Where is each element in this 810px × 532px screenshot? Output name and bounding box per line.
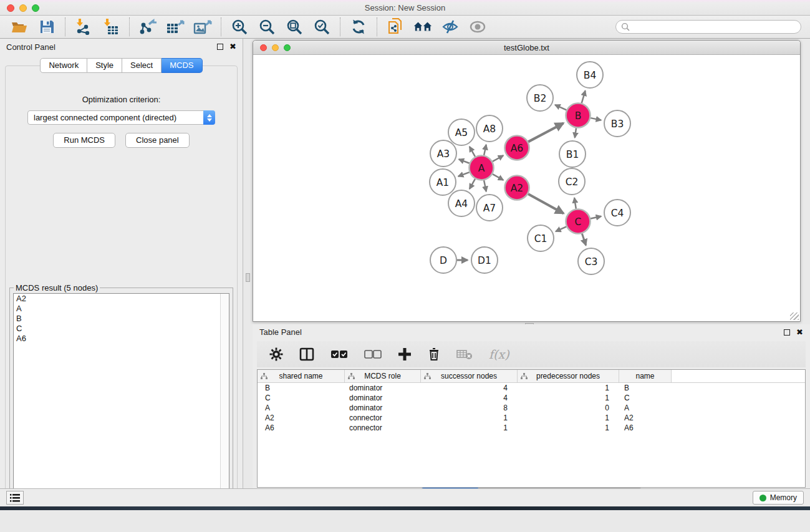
tab-mcds[interactable]: MCDS <box>162 58 202 73</box>
mcds-result-item[interactable]: B <box>14 314 229 324</box>
graph-edge-A-A7[interactable] <box>484 180 486 191</box>
close-panel-icon[interactable]: ✖ <box>229 44 236 50</box>
zoom-out-icon[interactable] <box>258 18 276 36</box>
graph-node-B3[interactable]: B3 <box>604 110 630 137</box>
graph-node-A3[interactable]: A3 <box>430 140 456 167</box>
graph-node-C2[interactable]: C2 <box>559 168 585 195</box>
mcds-result-item[interactable]: A6 <box>14 334 229 344</box>
table-row[interactable]: A2connector11A2 <box>258 413 805 423</box>
graph-node-A1[interactable]: A1 <box>430 169 456 195</box>
close-table-panel-icon[interactable]: ✖ <box>796 329 803 336</box>
split-table-icon[interactable] <box>299 347 314 361</box>
graph-edge-A-A1[interactable] <box>458 172 470 177</box>
zoom-in-icon[interactable] <box>230 18 249 36</box>
zoom-view-icon[interactable] <box>284 44 291 51</box>
search-input[interactable] <box>630 22 796 31</box>
search-field[interactable] <box>615 20 801 34</box>
export-image-icon[interactable] <box>193 18 212 36</box>
save-icon[interactable] <box>37 18 56 36</box>
deselect-all-icon[interactable] <box>364 350 382 359</box>
function-icon[interactable]: f(x) <box>489 347 509 361</box>
graph-node-B1[interactable]: B1 <box>559 141 586 167</box>
eye-icon[interactable] <box>468 18 487 36</box>
graph-edge-A-A8[interactable] <box>484 145 486 155</box>
open-folder-icon[interactable] <box>10 18 29 36</box>
graph-edge-B-B2[interactable] <box>555 105 566 110</box>
graph-node-A6[interactable]: A6 <box>505 136 529 160</box>
column-header-successor-nodes[interactable]: successor nodes <box>421 370 518 382</box>
graph-node-C[interactable]: C <box>566 210 591 234</box>
zoom-window-icon[interactable] <box>32 4 39 12</box>
column-header-shared-name[interactable]: shared name <box>258 370 345 382</box>
float-table-panel-icon[interactable] <box>784 329 790 336</box>
graph-edge-A6-B[interactable] <box>528 123 563 142</box>
import-network-icon[interactable] <box>74 18 93 36</box>
copy-network-icon[interactable] <box>386 18 405 36</box>
close-window-icon[interactable] <box>7 4 14 12</box>
delete-icon[interactable] <box>428 347 440 361</box>
home-icon[interactable] <box>413 18 432 36</box>
graph-edge-C-C1[interactable] <box>556 226 566 231</box>
graph-edge-A-A6[interactable] <box>493 155 503 162</box>
split-handle-vertical[interactable] <box>246 273 250 282</box>
resize-grip-icon[interactable] <box>790 312 799 320</box>
export-table-icon[interactable] <box>166 18 185 36</box>
mcds-result-item[interactable]: A <box>14 304 229 314</box>
delete-table-icon[interactable] <box>456 349 473 360</box>
table-row[interactable]: A6connector11A6 <box>258 423 805 433</box>
graph-edge-A-A2[interactable] <box>493 174 503 180</box>
gear-icon[interactable] <box>269 347 283 361</box>
hide-eye-icon[interactable] <box>441 18 460 36</box>
graph-node-D[interactable]: D <box>430 247 456 273</box>
table-row[interactable]: Bdominator41B <box>258 383 805 393</box>
column-header-MCDS-role[interactable]: MCDS role <box>345 370 421 382</box>
graph-node-C1[interactable]: C1 <box>528 225 554 251</box>
minimize-view-icon[interactable] <box>272 44 279 51</box>
close-view-icon[interactable] <box>260 44 267 51</box>
float-panel-icon[interactable] <box>217 44 223 50</box>
zoom-fit-icon[interactable] <box>285 18 304 36</box>
graph-edge-B-B1[interactable] <box>575 128 576 137</box>
table-row[interactable]: Cdominator41C <box>258 393 805 403</box>
minimize-window-icon[interactable] <box>19 4 27 12</box>
graph-edge-A-A4[interactable] <box>470 179 475 189</box>
scrollbar-track[interactable] <box>220 294 229 496</box>
graph-edge-C-C3[interactable] <box>582 233 586 245</box>
add-column-icon[interactable] <box>398 347 412 361</box>
zoom-selected-icon[interactable] <box>312 18 331 36</box>
graph-node-A[interactable]: A <box>470 156 494 180</box>
graph-node-B[interactable]: B <box>566 104 591 128</box>
mcds-result-item[interactable]: A2 <box>14 294 229 304</box>
graph-node-A7[interactable]: A7 <box>476 195 503 221</box>
graph-edge-A-A5[interactable] <box>470 147 475 157</box>
import-table-icon[interactable] <box>102 18 120 36</box>
network-canvas[interactable]: B4B2BB3A5A8A6B1A3AA1C2A2A4A7C4CC1C3DD1 <box>253 55 800 321</box>
task-list-icon[interactable] <box>6 491 24 505</box>
refresh-icon[interactable] <box>349 18 368 36</box>
table-row[interactable]: Adominator80A <box>258 403 805 413</box>
export-network-icon[interactable] <box>138 18 157 36</box>
graph-node-C4[interactable]: C4 <box>604 200 630 226</box>
graph-edge-A-A3[interactable] <box>459 159 470 163</box>
column-header-name[interactable]: name <box>619 370 672 382</box>
memory-button[interactable]: Memory <box>753 491 804 505</box>
graph-node-A8[interactable]: A8 <box>476 115 503 142</box>
graph-node-C3[interactable]: C3 <box>578 248 604 274</box>
graph-node-D1[interactable]: D1 <box>471 247 498 273</box>
mcds-result-item[interactable]: C <box>14 324 229 334</box>
tab-network[interactable]: Network <box>40 58 87 73</box>
graph-edge-C-C4[interactable] <box>591 216 601 219</box>
graph-node-B4[interactable]: B4 <box>577 62 603 88</box>
graph-edge-B-B3[interactable] <box>591 118 601 120</box>
graph-node-A5[interactable]: A5 <box>448 119 475 145</box>
select-all-icon[interactable] <box>330 350 348 359</box>
criterion-select[interactable]: largest connected component (directed) <box>27 110 215 125</box>
graph-edge-C-C2[interactable] <box>574 198 576 209</box>
graph-edge-A2-C[interactable] <box>528 194 564 213</box>
mcds-result-list[interactable]: A2ABCA6 <box>13 293 229 497</box>
graph-node-A4[interactable]: A4 <box>448 190 475 216</box>
tab-select[interactable]: Select <box>122 58 162 73</box>
run-mcds-button[interactable]: Run MCDS <box>53 133 115 148</box>
graph-edge-B-B4[interactable] <box>582 90 586 103</box>
column-header-predecessor-nodes[interactable]: predecessor nodes <box>518 370 619 382</box>
